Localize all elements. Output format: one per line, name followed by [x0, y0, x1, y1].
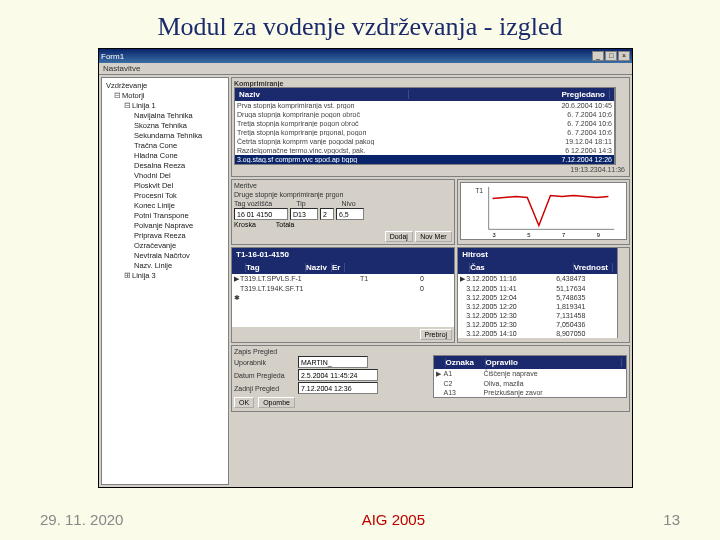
user-input[interactable]: MARTIN_ — [298, 356, 368, 368]
field-label: Uporabnik — [234, 359, 294, 366]
last-input[interactable]: 7.12.2004 12:36 — [298, 382, 378, 394]
scrollbar[interactable] — [617, 248, 629, 338]
tip-select[interactable]: D13 — [290, 208, 318, 220]
hitrost-panel: Hitrost Čas Vrednost ▶3.12.2005 11:166,4… — [457, 247, 630, 343]
panel-title: Zapis Pregled — [234, 348, 627, 355]
tree-leaf[interactable]: Konec Linije — [106, 200, 224, 210]
field-label: Tag vozlišča — [234, 200, 272, 207]
tag-input[interactable]: 16 01 4150 — [234, 208, 288, 220]
table-row[interactable]: Druga stopnja kompriranje pogon obroč6. … — [235, 110, 614, 119]
field-label: Nivo — [342, 200, 356, 207]
tree-leaf[interactable]: Nevtrala Načrtov — [106, 250, 224, 260]
table-row[interactable]: 3.12.2005 12:307,131458 — [458, 311, 617, 320]
add-button[interactable]: Dodaj — [385, 231, 413, 242]
col-header: Pregledano — [409, 90, 610, 99]
table-row[interactable]: Razdelgomačne termo.vinc.vpgodst, pak.6 … — [235, 146, 614, 155]
slide-footer: 29. 11. 2020 AIG 2005 13 — [0, 511, 720, 528]
svg-text:5: 5 — [527, 232, 530, 238]
tree-leaf[interactable]: Polvanje Naprave — [106, 220, 224, 230]
top-grid-panel: Komprimiranje Naziv Pregledano Prva stop… — [231, 77, 630, 177]
titlebar: Form1 _ □ × — [99, 49, 632, 63]
col-header: Naziv — [239, 90, 409, 99]
footer-date: 29. 11. 2020 — [40, 511, 123, 528]
table-row[interactable]: Prva stopnja komprimiranja vst. prgon20.… — [235, 101, 614, 110]
panel-title: T1-16-01-4150 — [232, 248, 454, 261]
prebroj-button[interactable]: Prebroj — [420, 329, 453, 340]
tree-leaf[interactable]: Nazv. Linije — [106, 260, 224, 270]
table-row[interactable]: 3.12.2005 12:307,050436 — [458, 320, 617, 329]
chart-series-label: T1 — [475, 187, 483, 194]
grid-header: Čas Vrednost — [458, 261, 617, 274]
table-row[interactable]: ✱ — [232, 293, 454, 303]
table-row[interactable]: 3.12.2005 12:201,819341 — [458, 302, 617, 311]
table-row[interactable]: 3.12.2005 12:045,748635 — [458, 293, 617, 302]
tree-leaf[interactable]: Priprava Reeza — [106, 230, 224, 240]
ok-button[interactable]: OK — [234, 397, 254, 408]
tree-label: Motorji — [122, 91, 145, 100]
tree-leaf[interactable]: Ozračevanje — [106, 240, 224, 250]
tree-leaf[interactable]: Potni Transpone — [106, 210, 224, 220]
tree-leaf[interactable]: Desalna Reeza — [106, 160, 224, 170]
maximize-icon[interactable]: □ — [605, 51, 617, 61]
table-row[interactable]: A13Preizkušanje zavor — [434, 388, 627, 397]
field-label: Totala — [276, 221, 295, 228]
tree-leaf[interactable]: Hladna Cone — [106, 150, 224, 160]
table-row[interactable]: Tretja stopnja kompriranje pogon obroč6.… — [235, 119, 614, 128]
app-window: Form1 _ □ × Nastavitve Vzdrževanje ⊟Moto… — [98, 48, 633, 488]
col-header: Čas — [470, 263, 574, 272]
col-header: Opravilo — [486, 358, 623, 367]
field-label: Zadnji Pregled — [234, 385, 294, 392]
tree-leaf[interactable]: Procesni Tok — [106, 190, 224, 200]
panel-title: Komprimiranje — [234, 80, 627, 87]
new-mer-button[interactable]: Nov Mer — [415, 231, 451, 242]
panel-title: Meritve — [234, 182, 452, 189]
nivo-input[interactable]: 6,5 — [336, 208, 364, 220]
slide-title: Modul za vodenje vzdrževanja - izgled — [0, 0, 720, 50]
tree-panel[interactable]: Vzdrževanje ⊟Motorji ⊟Linija 1 Navijalna… — [101, 77, 229, 485]
table-row[interactable]: ▶3.12.2005 11:166,438473 — [458, 274, 617, 284]
q-input[interactable]: 2 — [320, 208, 334, 220]
tree-label: Linija 1 — [132, 101, 156, 110]
table-row[interactable]: ▶T319.LT.SPVLS.F-1T10 — [232, 274, 454, 284]
table-row[interactable]: T319.LT.194K.SF.T10 — [232, 284, 454, 293]
merit-panel: Meritve Druge stopnje komprimiranje prgo… — [231, 179, 455, 245]
field-label: Kroska — [234, 221, 256, 228]
col-header: Vrednost — [574, 263, 613, 272]
table-row[interactable]: Četrta stopnja komprm vanje pogodal pako… — [235, 137, 614, 146]
tree-leaf[interactable]: Tračna Cone — [106, 140, 224, 150]
tree-leaf[interactable]: Navijalna Tehnika — [106, 110, 224, 120]
col-header: Naziv — [306, 263, 332, 272]
task-grid: Oznaka Opravilo ▶A1Čiščenje naprave C2Ol… — [433, 355, 628, 398]
tree-leaf[interactable]: Vhodni Del — [106, 170, 224, 180]
line-chart: T1 3 5 7 9 — [460, 182, 627, 240]
tree-node[interactable]: ⊟Linija 1 — [106, 100, 224, 110]
col-header: Oznaka — [446, 358, 486, 367]
bottom-panel: Zapis Pregled UporabnikMARTIN_ Datum Pre… — [231, 345, 630, 412]
tree-root[interactable]: Vzdrževanje — [106, 80, 224, 90]
table-row-selected[interactable]: 3.og.stag.sf comprm.vvc spod.ap bgpg7.12… — [235, 155, 614, 164]
table-row[interactable]: 3.12.2005 11:4151,17634 — [458, 284, 617, 293]
notes-button[interactable]: Opombe — [258, 397, 295, 408]
table-row[interactable]: Tretja stopnja kompriranje prgonal, pogo… — [235, 128, 614, 137]
svg-text:7: 7 — [562, 232, 565, 238]
chart-panel: T1 3 5 7 9 — [457, 179, 630, 245]
footer-page: 13 — [663, 511, 680, 528]
date-input[interactable]: 2.5.2004 11:45:24 — [298, 369, 378, 381]
col-header: Tag — [246, 263, 306, 272]
tree-label: Linija 3 — [132, 271, 156, 280]
close-icon[interactable]: × — [618, 51, 630, 61]
tree-node[interactable]: ⊟Motorji — [106, 90, 224, 100]
tree-node[interactable]: ⊞Linija 3 — [106, 270, 224, 280]
tree-leaf[interactable]: Ploskvit Del — [106, 180, 224, 190]
minimize-icon[interactable]: _ — [592, 51, 604, 61]
table-row[interactable]: ▶A1Čiščenje naprave — [434, 369, 627, 379]
tree-leaf[interactable]: Skozna Tehnika — [106, 120, 224, 130]
menu-item[interactable]: Nastavitve — [99, 63, 632, 75]
merit-description: Druge stopnje komprimiranje prgon — [234, 189, 452, 200]
table-row[interactable]: C2Oliva, mazila — [434, 379, 627, 388]
grid-header: Naziv Pregledano — [235, 88, 614, 101]
scrollbar[interactable] — [615, 87, 627, 165]
status-text: 19:13.2304.11:36 — [234, 165, 627, 174]
tree-leaf[interactable]: Sekundarna Tehnika — [106, 130, 224, 140]
table-row[interactable]: 3.12.2005 14:108,907050 — [458, 329, 617, 338]
